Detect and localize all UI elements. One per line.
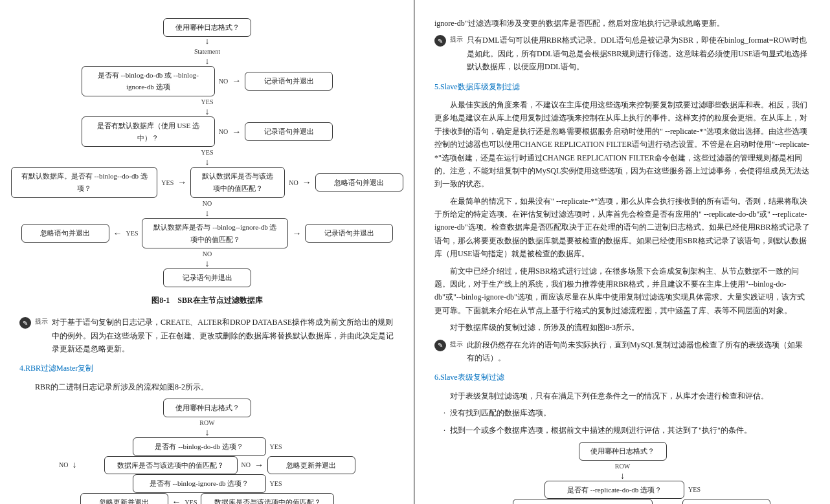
fc1-node-1: 使用哪种日志格式？ (163, 18, 251, 37)
edge-yes: YES (688, 484, 701, 495)
fc3-edge-row: ROW (615, 461, 630, 472)
fc2-node-3: 数据库是否与该选项中的值匹配？ (104, 456, 238, 475)
arrow-icon: ↓ (205, 428, 210, 437)
edge-no: NO (219, 126, 228, 137)
arrow-icon: ↓ (205, 259, 210, 268)
fc1-node-6: 默认数据库是否与 --binlog--ignore-db 选项中的值匹配？ (142, 218, 288, 248)
para-r2: 在最简单的情况下，如果没有" --replicate-*"选项，那么从库会执行接… (434, 195, 811, 261)
tip-label: 提示 (35, 316, 48, 327)
fc1-node-7: 记录语句并退出 (163, 268, 251, 287)
fc1-node-5: 默认数据库是否与该选项中的值匹配？ (190, 167, 285, 197)
heading-5: 5.Slave数据库级复制过滤 (434, 80, 811, 93)
edge-no: NO (59, 459, 68, 470)
tip-icon: ✎ (434, 340, 446, 351)
list-item-1: 没有找到匹配的数据库选项。 (450, 406, 811, 419)
tip-icon: ✎ (19, 317, 31, 329)
arrow-icon: → (232, 76, 241, 85)
fc1-out-3: 忽略语句并退出 (315, 173, 403, 192)
arrow-icon: → (177, 178, 186, 187)
page-right: ignore-db"过滤选项和涉及变更的数据库是否匹配，然后对应地执行记录或忽略… (415, 0, 830, 504)
edge-no: NO (203, 248, 212, 259)
caption-8-1: 图8-1 SBR在主节点过滤数据库 (19, 294, 395, 307)
fc1-out-5: 记录语句并退出 (305, 224, 393, 243)
fc2-node-2: 是否有 --binlog-do-db 选项？ (133, 437, 266, 456)
fc2-out-2: 忽略更新并退出 (80, 493, 168, 504)
fc3-node-2: 是否有 --replicate-do-db 选项？ (544, 481, 684, 499)
para-rbr-intro: RBR的二进制日志记录所涉及的流程如图8-2所示。 (19, 380, 395, 393)
flowchart-8-3: 使用哪种日志格式？ ROW ↓ 是否有 --replicate-do-db 选项… (434, 442, 811, 504)
page-divider (413, 0, 414, 504)
para-r0: ignore-db"过滤选项和涉及变更的数据库是否匹配，然后对应地执行记录或忽略… (434, 17, 811, 30)
heading-4: 4.RBR过滤Master复制 (19, 362, 395, 375)
arrow-icon: ↓ (205, 57, 210, 66)
para-r4: 对于数据库级的复制过滤，所涉及的流程如图8-3所示。 (434, 321, 811, 334)
tip-label: 提示 (450, 34, 463, 45)
note-2: ✎ 提示 只有DML语句可以使用RBR格式记录。DDL语句总是被记录为SBR，即… (434, 34, 811, 73)
note-3: ✎ 提示 此阶段仍然存在允许的语句尚未实际执行，直到MySQL复制过滤器也检查了… (434, 338, 811, 365)
fc3-node-3: 数据库是否与该选项中的值匹配？ (513, 499, 653, 504)
fc3-out-1: 忽略更新并退出 (682, 499, 770, 504)
note-1-text: 对于基于语句复制的日志记录，CREATE、ALTER和DROP DATABASE… (52, 316, 395, 355)
edge-yes: YES (270, 478, 282, 489)
fc1-out-4: 忽略语句并退出 (21, 224, 109, 243)
note-1: ✎ 提示 对于基于语句复制的日志记录，CREATE、ALTER和DROP DAT… (19, 316, 395, 355)
fc2-edge-row: ROW (199, 417, 214, 428)
fc1-node-2: 是否有 --binlog-do-db 或 --binlog-ignore-db … (82, 66, 215, 96)
fc2-node-5: 数据库是否与该选项中的值匹配？ (201, 493, 334, 504)
arrow-icon: ↓ (205, 158, 210, 167)
arrow-icon: ↓ (205, 107, 210, 116)
note-3-text: 此阶段仍然存在允许的语句尚未实际执行，直到MySQL复制过滤器也检查了所有的表级… (467, 338, 811, 365)
fc2-out-1: 忽略更新并退出 (267, 456, 355, 475)
heading-6: 6.Slave表级复制过滤 (434, 371, 811, 384)
arrow-icon: ↓ (205, 209, 210, 218)
arrow-icon: ← (113, 229, 122, 238)
edge-yes: YES (270, 441, 282, 452)
arrow-icon: → (302, 178, 311, 187)
edge-no: NO (203, 198, 212, 209)
tip-icon: ✎ (434, 35, 446, 47)
edge-yes: YES (201, 96, 214, 107)
tip-label: 提示 (450, 338, 463, 349)
page-left: 使用哪种日志格式？ ↓ Statement ↓ 是否有 --binlog-do-… (0, 0, 415, 504)
edge-no: NO (219, 76, 228, 87)
para-r1: 从最佳实践的角度来看，不建议在主库使用这些选项来控制要复制或要过滤哪些数据库和表… (434, 98, 811, 191)
flowchart-8-1: 使用哪种日志格式？ ↓ Statement ↓ 是否有 --binlog-do-… (19, 18, 395, 287)
fc1-out-2: 记录语句并退出 (245, 122, 333, 141)
fc2-node-4: 是否有 --binlog-ignore-db 选项？ (133, 474, 266, 493)
fc2-node-1: 使用哪种日志格式？ (163, 399, 251, 417)
fc1-node-4: 有默认数据库。是否有 --binlog--do-db 选项？ (11, 167, 157, 197)
edge-yes: YES (161, 177, 174, 188)
arrow-icon: ← (172, 498, 181, 504)
edge-yes: YES (201, 147, 214, 158)
para-r5: 对于表级复制过滤选项，只有在满足下列任意条件之一的情况下，从库才会进行检查和评估… (434, 389, 811, 402)
flowchart-8-2: 使用哪种日志格式？ ROW ↓ 是否有 --binlog-do-db 选项？ Y… (19, 399, 395, 504)
arrow-icon: ↓ (620, 472, 625, 481)
arrow-icon: ↓ (73, 461, 77, 470)
para-r3: 前文中已经介绍过，使用SBR格式进行过滤，在很多场景下会造成复制架构主、从节点数… (434, 265, 811, 318)
edge-no: NO (241, 459, 251, 470)
arrow-icon: → (254, 461, 264, 470)
note-2-text: 只有DML语句可以使用RBR格式记录。DDL语句总是被记录为SBR，即使在bin… (467, 34, 811, 73)
fc1-edge-statement: Statement (194, 46, 220, 57)
edge-yes: YES (185, 497, 197, 504)
arrow-icon: → (232, 127, 241, 137)
arrow-icon: ↓ (205, 37, 210, 46)
edge-yes: YES (126, 228, 139, 239)
fc3-node-1: 使用哪种日志格式？ (579, 442, 667, 461)
fc1-node-3: 是否有默认数据库（使用 USE 选中）？ (82, 116, 215, 147)
list-item-2: 找到一个或多个数据库选项，根据前文中描述的规则进行评估，其达到了"执行"的条件。 (450, 424, 811, 437)
edge-no: NO (289, 177, 298, 188)
fc1-out-1: 记录语句并退出 (245, 72, 333, 91)
arrow-icon: → (292, 229, 301, 238)
